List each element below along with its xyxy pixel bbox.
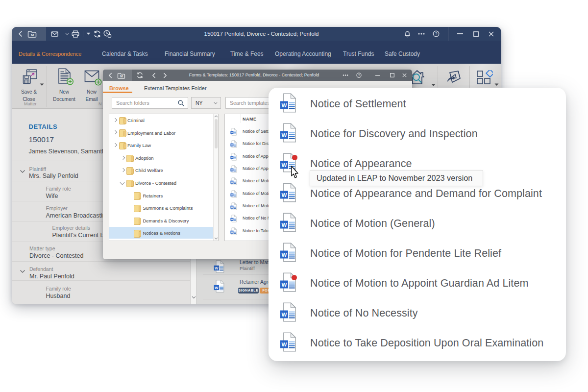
svg-text:?: ? [358,74,360,77]
svg-text:?: ? [435,31,437,36]
